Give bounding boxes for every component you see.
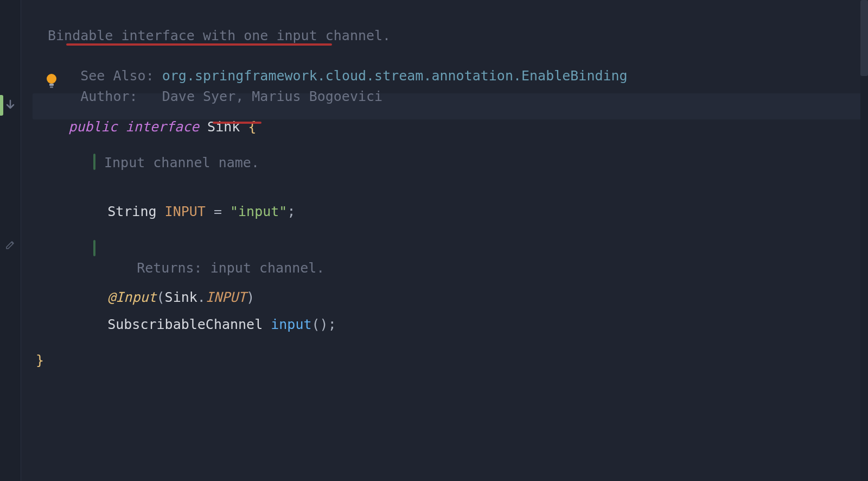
code-editor[interactable]: Bindable interface with one input channe… — [21, 0, 866, 481]
edit-icon[interactable] — [0, 235, 21, 255]
vertical-scrollbar[interactable] — [860, 0, 868, 481]
doc-border-field — [93, 154, 95, 170]
doc-border-method — [93, 240, 95, 256]
method-declaration-line[interactable]: SubscribableChannel input(); — [75, 295, 336, 355]
field-declaration-line[interactable]: String INPUT = "input"; — [75, 182, 295, 242]
intention-bulb-icon[interactable] — [44, 73, 59, 91]
method-name[interactable]: input — [271, 317, 311, 332]
return-type[interactable]: SubscribableChannel — [107, 317, 263, 332]
field-type: String — [107, 204, 156, 219]
string-literal: "input" — [230, 204, 287, 219]
javadoc-description: Bindable interface with one input channe… — [48, 26, 391, 46]
method-parens: () — [312, 317, 328, 332]
editor-gutter — [0, 0, 21, 481]
field-name[interactable]: INPUT — [165, 204, 206, 219]
svg-point-0 — [47, 74, 56, 84]
close-brace: } — [36, 351, 44, 370]
override-down-icon[interactable] — [0, 95, 21, 116]
modifier-keywords: public interface — [68, 119, 199, 135]
annotation-underline-description — [66, 43, 332, 46]
scrollbar-thumb[interactable] — [860, 0, 868, 76]
class-signature-line[interactable]: public interface Sink { — [36, 98, 256, 157]
svg-rect-2 — [50, 86, 53, 88]
annotation-underline-classname — [213, 122, 261, 124]
javadoc-field-text: Input channel name. — [104, 153, 259, 173]
svg-rect-1 — [49, 84, 54, 86]
